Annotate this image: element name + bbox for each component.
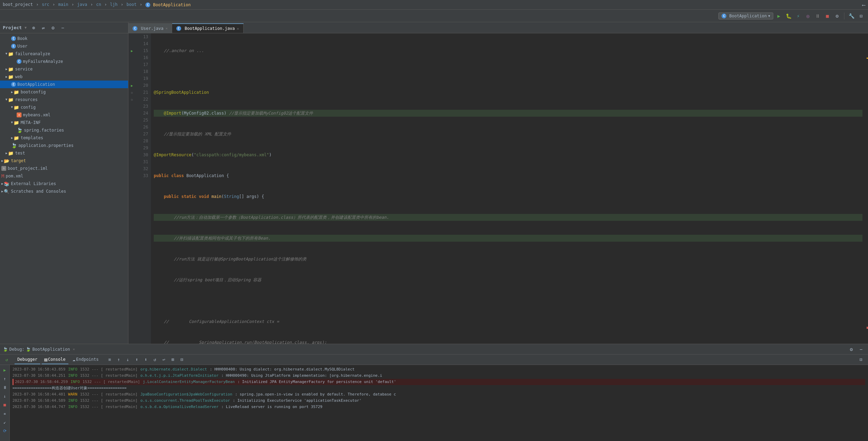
stop-red-button[interactable]: ■ (823, 12, 832, 20)
console-btn-filter[interactable]: ⊟ (178, 356, 186, 364)
console-btn-grid[interactable]: ⊞ (169, 356, 177, 364)
code-line-24: //运行spring boot项目，启动Spring 容器 (154, 276, 862, 283)
tree-item-user[interactable]: C User (0, 42, 128, 50)
console-btn-refresh[interactable]: ↺ (151, 356, 159, 364)
console-btn-up2[interactable]: ⬆ (133, 356, 141, 364)
tree-item-resources[interactable]: ▶ 📁 resources (0, 96, 128, 103)
console-btn-up[interactable]: ↑ (115, 356, 123, 364)
tab-bootapp-java[interactable]: C BootApplication.java ✕ (172, 23, 244, 33)
tree-item-config[interactable]: ▶ 📁 config (0, 103, 128, 111)
tree-item-iml[interactable]: i boot_project.iml (0, 165, 128, 172)
gutter-28 (128, 138, 135, 144)
debug-tab-endpoints[interactable]: ☁ Endpoints (70, 355, 101, 364)
debug-step-down[interactable]: ↙ (1, 418, 9, 426)
tree-item-bootconfig-label: bootconfig (20, 90, 45, 94)
tree-item-bootconfig[interactable]: ▶ 📁 bootconfig (0, 88, 128, 96)
breadcrumb-cn[interactable]: cn (96, 2, 101, 7)
gutter-bookmark-22: ◇ (131, 98, 133, 101)
sidebar-minimize-icon[interactable]: − (59, 24, 67, 32)
debug-pause[interactable]: ⏸ (1, 384, 9, 391)
gutter-14 (128, 40, 135, 47)
gutter-run-icon-20[interactable]: ▶ (131, 84, 133, 88)
tree-item-myfailureanalyze[interactable]: C myFailureAnalyze (0, 58, 128, 65)
code-lines[interactable]: //.anchor on ... @SpringBootApplication … (151, 33, 865, 344)
line-num-19: 19 (138, 75, 148, 82)
tree-item-spring-factories[interactable]: 🍃 spring.factories (0, 126, 128, 134)
breadcrumb-main[interactable]: main (58, 2, 68, 7)
console-content[interactable]: 2023-07-30 16:58:43.859 INFO 1532 --- [ … (10, 365, 868, 441)
breadcrumb-java[interactable]: java (77, 2, 87, 7)
code-line-17: //显示指定要加载的 XML 配置文件 (154, 131, 862, 138)
tree-item-service[interactable]: ▶ 📁 service (0, 65, 128, 73)
console-btn-down2[interactable]: ⬇ (142, 356, 150, 364)
navigate-back-icon[interactable]: ⟵ (862, 2, 865, 8)
tree-item-external-libs[interactable]: ▶ 📚 External Libraries (0, 180, 128, 188)
debug-tab-close[interactable]: ✕ (73, 347, 75, 351)
breadcrumb-project[interactable]: boot_project (3, 2, 33, 7)
debug-resume-btn[interactable]: ↺ (3, 356, 10, 364)
sidebar: Project ▼ ⊕ ⇌ ⚙ − C Book C User ▶ (0, 22, 128, 344)
breadcrumb-boot-app[interactable]: BootApplication (153, 2, 191, 7)
debug-step-into[interactable]: ↓ (1, 392, 9, 400)
debug-tab-console[interactable]: ▤ Console (42, 355, 68, 364)
line-num-24: 24 (138, 110, 148, 117)
debug-step-over[interactable]: ↑ (1, 375, 9, 383)
tree-item-failureanalyze[interactable]: ▶ 📁 failureanalyze (0, 50, 128, 58)
debug-button[interactable]: 🐛 (784, 12, 793, 20)
tree-item-external-libs-label: External Libraries (11, 181, 56, 186)
tab-bootapp-close[interactable]: ✕ (237, 27, 239, 31)
console-btn-1[interactable]: ≡ (106, 356, 114, 364)
breadcrumb-boot[interactable]: boot (126, 2, 136, 7)
stop-button[interactable]: ⏸ (814, 12, 822, 20)
tree-item-web[interactable]: ▶ 📁 web (0, 73, 128, 81)
tree-item-bootapplication[interactable]: C BootApplication (0, 81, 128, 88)
debug-minimize-icon[interactable]: − (857, 345, 865, 353)
line-num-31: 31 (138, 158, 148, 165)
tree-item-mybeans-xml[interactable]: x mybeans.xml (0, 111, 128, 119)
debug-tab-debugger[interactable]: Debugger (15, 355, 40, 364)
breadcrumb-src[interactable]: src (42, 2, 49, 7)
failureanalyze-expand-icon: ▶ (5, 53, 8, 55)
tree-item-target[interactable]: ▶ 📂 target (0, 157, 128, 165)
line-num-16: 16 (138, 54, 148, 61)
tree-item-scratches[interactable]: ▶ 🔍 Scratches and Consoles (0, 188, 128, 195)
tree-item-meta-inf[interactable]: ▶ 📁 META-INF (0, 119, 128, 126)
tree-item-app-properties[interactable]: 🍃 application.properties (0, 142, 128, 149)
sidebar-layout-icon[interactable]: ⇌ (39, 24, 48, 32)
tree-item-meta-inf-label: META-INF (20, 120, 41, 125)
debug-stop[interactable]: ■ (1, 401, 9, 409)
debug-rerun[interactable]: ⟳ (1, 427, 9, 435)
dropdown-icon: ▼ (768, 14, 770, 18)
tab-user-close[interactable]: ✕ (166, 26, 168, 30)
sidebar-dropdown-icon[interactable]: ▼ (25, 26, 27, 30)
spring-factories-icon: 🍃 (17, 127, 23, 133)
log-line-5: 2023-07-30 16:58:44.589 INFO 1532 --- [ … (12, 398, 865, 404)
debug-settings-icon[interactable]: ⚙ (847, 345, 856, 353)
debug-resume-button[interactable]: ▶ (1, 366, 9, 374)
maximize-button[interactable]: ⊡ (857, 12, 865, 20)
tree-item-test[interactable]: ▶ 📁 test (0, 149, 128, 157)
run-config-selector[interactable]: C BootApplication ▼ (718, 13, 773, 19)
breadcrumb-ljh[interactable]: ljh (110, 2, 118, 7)
profile-button[interactable]: ◎ (804, 12, 812, 20)
console-btn-down[interactable]: ↓ (124, 356, 132, 364)
gutter-13 (128, 33, 135, 40)
debug-step-out[interactable]: ≡ (1, 410, 9, 417)
sidebar-settings-icon[interactable]: ⚙ (49, 24, 57, 32)
settings-button[interactable]: 🔧 (847, 12, 856, 20)
gutter-27 (128, 131, 135, 138)
console-expand-icon[interactable]: ⊡ (857, 356, 865, 364)
code-editor[interactable]: ▶ ▶ ◇ ◇ (128, 33, 868, 344)
tree-item-templates[interactable]: ▶ 📁 templates (0, 134, 128, 142)
build-button[interactable]: ⚙ (833, 12, 841, 20)
log-separator: =================构造器创建User对象============… (12, 385, 865, 391)
line-num-32: 32 (138, 165, 148, 172)
tab-user-java[interactable]: C User.java ✕ (128, 23, 172, 33)
run-button[interactable]: ▶ (775, 12, 783, 20)
console-btn-5[interactable]: ↩ (160, 356, 168, 364)
tree-item-book[interactable]: C Book (0, 35, 128, 42)
sidebar-add-icon[interactable]: ⊕ (30, 24, 38, 32)
tree-item-pom[interactable]: M pom.xml (0, 172, 128, 180)
coverage-button[interactable]: ⚡ (794, 12, 802, 20)
gutter-run-icon-15[interactable]: ▶ (131, 49, 133, 53)
